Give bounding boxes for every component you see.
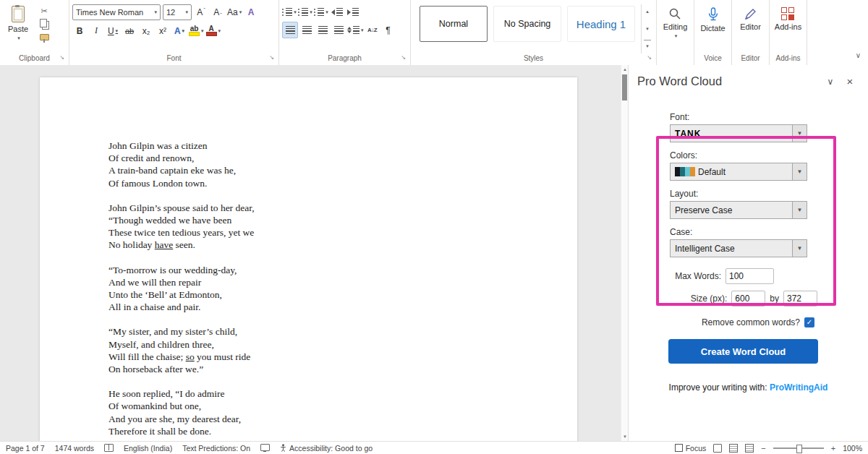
addins-button[interactable]: Add-ins: [775, 4, 801, 31]
cut-button[interactable]: ✂: [36, 6, 52, 17]
word-count[interactable]: 1474 words: [55, 444, 94, 453]
italic-button[interactable]: I: [89, 23, 103, 38]
display-settings-button[interactable]: [260, 444, 270, 453]
numbered-list-icon: [298, 8, 300, 16]
page-indicator[interactable]: Page 1 of 7: [6, 444, 45, 453]
chevron-down-icon[interactable]: ▼: [792, 125, 807, 142]
align-left-button[interactable]: [282, 22, 298, 38]
style-card-normal[interactable]: Normal: [420, 6, 488, 42]
bold-button[interactable]: B: [72, 23, 87, 38]
chevron-down-icon: ▾: [185, 9, 188, 15]
web-layout-button[interactable]: [745, 444, 754, 453]
print-layout-icon: [729, 444, 738, 453]
styles-scroll-down-button[interactable]: ▾: [642, 23, 653, 35]
max-words-input[interactable]: [726, 268, 774, 284]
font-color-button[interactable]: A ▾: [206, 23, 221, 38]
text-predictions-indicator[interactable]: Text Predictions: On: [182, 444, 250, 453]
subscript-button[interactable]: x₂: [139, 23, 153, 38]
font-color-icon: A: [206, 25, 217, 36]
highlight-color-button[interactable]: ab ▾: [189, 23, 204, 38]
poem-line: Of famous London town.: [109, 177, 577, 189]
style-card-no-spacing[interactable]: No Spacing: [493, 6, 561, 42]
prowritingaid-link[interactable]: ProWritingAid: [770, 382, 827, 393]
highlight-icon: ab: [189, 25, 200, 36]
poem-line: And you are she, my dearest dear,: [109, 413, 577, 425]
language-indicator[interactable]: English (India): [124, 444, 172, 453]
font-dropdown[interactable]: TANK ▼: [670, 124, 807, 142]
clear-formatting-button[interactable]: A: [244, 5, 258, 20]
scrollbar-thumb[interactable]: [622, 74, 627, 100]
stanza: “My sister, and my sister’s child,Myself…: [109, 325, 577, 375]
bullet-list-button[interactable]: ▾: [282, 4, 297, 20]
font-name-combo[interactable]: Times New Roman ▾: [72, 4, 161, 20]
font-size-combo[interactable]: 12 ▾: [163, 4, 192, 20]
align-center-button[interactable]: [299, 22, 314, 38]
poem-line: John Gilpin’s spouse said to her dear,: [109, 202, 577, 214]
increase-indent-button[interactable]: [346, 4, 360, 20]
zoom-level[interactable]: 100%: [843, 444, 862, 453]
read-mode-button[interactable]: [713, 444, 722, 453]
accessibility-checker[interactable]: Accessibility: Good to go: [280, 444, 373, 453]
copy-button[interactable]: [36, 19, 52, 30]
show-paragraph-marks-button[interactable]: ¶: [381, 22, 396, 38]
colors-dropdown[interactable]: Default ▼: [670, 163, 807, 181]
panel-title: Pro Word Cloud: [637, 74, 820, 88]
underline-button[interactable]: U ▾: [106, 23, 120, 38]
document-page[interactable]: John Gilpin was a citizenOf credit and r…: [40, 77, 577, 441]
decrease-indent-button[interactable]: [330, 4, 344, 20]
format-painter-button[interactable]: [36, 32, 52, 43]
dictate-button[interactable]: Dictate: [700, 4, 725, 33]
grow-font-button[interactable]: Aˆ: [194, 5, 208, 20]
paragraph-dialog-launcher[interactable]: ↘: [401, 53, 406, 63]
layout-dropdown[interactable]: Preserve Case ▼: [670, 201, 807, 219]
increase-indent-icon: [347, 9, 351, 15]
chevron-down-icon[interactable]: ▼: [792, 240, 807, 257]
font-dialog-launcher[interactable]: ↘: [269, 53, 274, 63]
poem-line: And we will then repair: [109, 276, 577, 288]
stanza: “To-morrow is our wedding-day,And we wil…: [109, 264, 577, 314]
text-effects-button[interactable]: A ▾: [172, 23, 187, 38]
caret-down-icon: ˇ: [220, 12, 222, 18]
align-right-button[interactable]: [315, 22, 330, 38]
multilevel-list-button[interactable]: ▾: [314, 4, 328, 20]
styles-scroll-up-button[interactable]: ▴: [642, 6, 653, 17]
voice-group-label: Voice: [704, 54, 721, 62]
print-layout-button[interactable]: [729, 444, 738, 453]
zoom-out-button[interactable]: −: [761, 444, 765, 453]
sort-button[interactable]: A↓Z: [365, 22, 380, 38]
create-word-cloud-button[interactable]: Create Word Cloud: [668, 339, 818, 364]
superscript-button[interactable]: x²: [156, 23, 170, 38]
focus-button[interactable]: Focus: [675, 444, 707, 453]
document-area[interactable]: John Gilpin was a citizenOf credit and r…: [0, 65, 621, 441]
change-case-button[interactable]: Aa ▾: [227, 5, 242, 20]
vertical-scrollbar[interactable]: ▲ ▼: [621, 65, 628, 441]
color-swatch: [685, 167, 690, 176]
zoom-slider-thumb[interactable]: [796, 445, 802, 453]
clipboard-dialog-launcher[interactable]: ↘: [59, 53, 64, 63]
line-spacing-button[interactable]: ▾: [347, 22, 364, 38]
editor-button[interactable]: Editor: [740, 4, 761, 31]
paste-button[interactable]: Paste ▾: [3, 4, 33, 53]
justify-button[interactable]: [331, 22, 346, 38]
collapse-ribbon-button[interactable]: ∨: [856, 51, 861, 59]
panel-close-icon[interactable]: ×: [841, 75, 859, 87]
remove-common-words-checkbox[interactable]: ✓: [804, 317, 814, 327]
proofing-button[interactable]: [104, 444, 114, 452]
shrink-font-button[interactable]: Aˇ: [210, 5, 225, 20]
panel-chevron-icon[interactable]: ∨: [820, 77, 841, 87]
styles-dialog-launcher[interactable]: ↘: [647, 53, 652, 63]
case-dropdown[interactable]: Intelligent Case ▼: [670, 239, 807, 257]
editing-button[interactable]: Editing ▾: [663, 4, 688, 39]
size-height-input[interactable]: [783, 291, 817, 307]
size-width-input[interactable]: [731, 291, 765, 307]
chevron-down-icon[interactable]: ▼: [792, 163, 807, 180]
numbered-list-button[interactable]: ▾: [298, 4, 312, 20]
poem-line: “Though wedded we have been: [109, 214, 577, 226]
style-card-heading1[interactable]: Heading 1: [567, 6, 635, 42]
scissors-icon: ✂: [41, 7, 47, 16]
zoom-slider[interactable]: [773, 447, 824, 449]
strikethrough-button[interactable]: ab: [122, 23, 137, 38]
styles-gallery-expand-button[interactable]: ▾: [644, 40, 651, 52]
chevron-down-icon[interactable]: ▼: [792, 202, 807, 218]
zoom-in-button[interactable]: +: [831, 444, 835, 453]
